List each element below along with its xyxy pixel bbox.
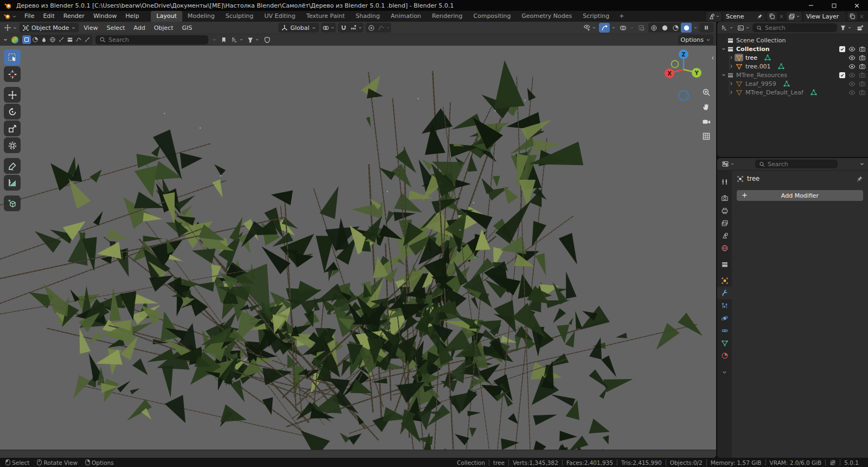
render-camera-icon[interactable] — [859, 46, 866, 53]
shading-rendered-button[interactable] — [681, 23, 692, 33]
row-leaf-9959[interactable]: Leaf_9959 — [717, 79, 868, 88]
viewport-search[interactable] — [95, 35, 208, 45]
tool-add-cube[interactable] — [4, 195, 21, 211]
collapse-chevron-icon[interactable] — [720, 72, 727, 78]
tab-texture-paint[interactable]: Texture Paint — [301, 11, 350, 22]
render-camera-icon[interactable] — [859, 63, 866, 70]
shading-wireframe-button[interactable] — [648, 23, 659, 33]
menu-edit[interactable]: Edit — [39, 11, 59, 22]
asset-type-world-icon[interactable] — [48, 35, 57, 44]
outliner-display-mode-button[interactable] — [720, 23, 735, 33]
render-camera-icon[interactable] — [859, 54, 866, 61]
new-collection-button[interactable] — [854, 23, 865, 33]
gizmo-x-label[interactable]: X — [667, 71, 672, 77]
tab-geometry-nodes[interactable]: Geometry Nodes — [516, 11, 577, 22]
search-history-chevron-icon[interactable] — [212, 37, 217, 42]
row-collection[interactable]: Collection — [717, 45, 868, 53]
tabs-overflow-chevron-icon[interactable] — [717, 369, 732, 375]
row-scene-collection[interactable]: Scene Collection — [717, 36, 868, 45]
tool-annotate[interactable] — [4, 158, 21, 174]
tool-measure[interactable] — [4, 175, 21, 191]
tab-particles[interactable] — [717, 299, 732, 312]
new-scene-button[interactable] — [767, 12, 777, 21]
tab-sculpting[interactable]: Sculpting — [220, 11, 259, 22]
region-collapse-arrow-icon[interactable] — [710, 55, 716, 61]
object-visibility-button[interactable] — [582, 23, 597, 33]
pin-icon[interactable] — [757, 14, 763, 20]
menu-viewport-add[interactable]: Add — [130, 24, 149, 31]
license-shield-button[interactable] — [261, 35, 272, 45]
menu-window[interactable]: Window — [89, 11, 121, 22]
render-camera-icon[interactable] — [859, 89, 866, 96]
bookmark-button[interactable] — [218, 35, 229, 45]
shading-chevron-icon[interactable] — [693, 26, 698, 30]
snap-settings-button[interactable] — [349, 23, 363, 33]
tab-scripting[interactable]: Scripting — [577, 11, 615, 22]
gizmo-negative-z[interactable] — [679, 91, 688, 100]
tab-world[interactable] — [717, 242, 732, 254]
menu-viewport-gis[interactable]: GIS — [178, 24, 196, 31]
show-overlays-button[interactable] — [617, 23, 628, 33]
pan-button[interactable] — [702, 103, 711, 111]
tab-object[interactable] — [717, 274, 732, 287]
new-view-layer-button[interactable] — [847, 12, 857, 21]
tool-cursor[interactable] — [4, 66, 21, 82]
tool-select-box[interactable] — [4, 49, 21, 65]
maximize-button[interactable] — [822, 0, 845, 11]
tab-shading[interactable]: Shading — [350, 11, 386, 22]
hide-eye-icon[interactable] — [848, 89, 856, 96]
render-camera-icon[interactable] — [859, 80, 866, 87]
shading-solid-button[interactable] — [659, 23, 670, 33]
pin-icon[interactable] — [856, 175, 863, 182]
properties-editor-type-button[interactable] — [720, 159, 736, 169]
asset-type-model-icon[interactable] — [22, 35, 31, 44]
add-workspace-button[interactable]: + — [615, 11, 628, 22]
tab-object-data[interactable] — [717, 337, 732, 349]
view-layer-name[interactable]: View Layer — [806, 13, 843, 20]
viewport-3d[interactable]: Object Mode View Select Add Object GIS G… — [0, 22, 716, 458]
shading-material-button[interactable] — [670, 23, 681, 33]
collection-checkbox[interactable] — [839, 46, 845, 52]
outliner-search-input[interactable] — [765, 24, 833, 31]
asset-type-brush-icon[interactable] — [57, 35, 66, 44]
options-dropdown[interactable]: Options — [678, 35, 713, 45]
tab-scene[interactable] — [717, 229, 732, 242]
proportional-edit-button[interactable] — [366, 23, 376, 33]
tab-output[interactable] — [717, 204, 732, 217]
gizmo-y-label[interactable]: Y — [694, 70, 699, 76]
outliner-funnel-button[interactable] — [839, 23, 853, 33]
show-gizmo-button[interactable] — [599, 23, 610, 33]
asset-type-material-icon[interactable] — [31, 35, 40, 44]
row-mtree-default-leaf[interactable]: MTree_Default_Leaf — [717, 88, 868, 97]
outliner-search[interactable] — [752, 23, 837, 32]
tab-layout[interactable]: Layout — [151, 11, 182, 22]
orientation-dropdown[interactable]: Global — [278, 23, 319, 33]
falloff-dropdown-button[interactable] — [376, 23, 391, 33]
outliner-filter-image-button[interactable] — [736, 23, 751, 33]
add-modifier-button[interactable]: Add Modifier — [737, 190, 863, 201]
editor-type-button[interactable] — [3, 23, 18, 33]
hide-eye-icon[interactable] — [848, 46, 856, 53]
row-mtree-resources[interactable]: MTree_Resources — [717, 71, 868, 79]
navigation-gizmo[interactable]: Z X Y — [663, 48, 704, 115]
hide-eye-icon[interactable] — [848, 80, 856, 87]
pivot-point-button[interactable] — [321, 23, 336, 33]
tool-transform[interactable] — [4, 137, 21, 153]
tab-material[interactable] — [717, 349, 732, 362]
asset-type-pen-icon[interactable] — [83, 35, 92, 44]
filter-button[interactable] — [246, 35, 260, 45]
properties-search[interactable] — [755, 160, 838, 168]
perspective-toggle-button[interactable] — [702, 132, 711, 141]
gizmo-z-label[interactable]: Z — [681, 52, 685, 58]
tool-rotate[interactable] — [4, 104, 21, 119]
menu-viewport-view[interactable]: View — [80, 24, 101, 31]
hide-eye-icon[interactable] — [848, 63, 856, 70]
breadcrumb-object-name[interactable]: tree — [747, 175, 760, 182]
menu-help[interactable]: Help — [121, 11, 143, 22]
row-tree-001[interactable]: tree.001 — [717, 62, 868, 71]
asset-type-scene-icon[interactable] — [66, 35, 74, 44]
snap-toggle-button[interactable] — [338, 23, 349, 33]
gizmo-chevron-icon[interactable] — [611, 26, 616, 30]
tab-view-layer[interactable] — [717, 217, 732, 229]
hide-eye-icon[interactable] — [848, 72, 856, 79]
